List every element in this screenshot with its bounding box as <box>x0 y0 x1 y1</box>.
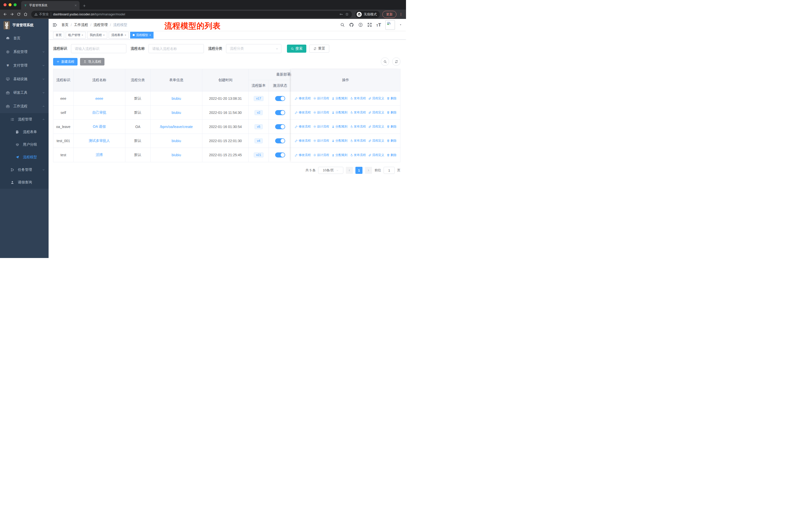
font-size-icon[interactable]: TT <box>376 22 381 27</box>
process-name-link[interactable]: 自己审批 <box>92 110 107 115</box>
action-trash[interactable]: 删除 <box>387 153 397 157</box>
form-info-link[interactable]: biubiu <box>172 97 181 101</box>
sidebar-item-task-mgmt[interactable]: 任务管理 <box>0 164 49 176</box>
tag-home[interactable]: 首页 <box>53 32 64 38</box>
active-toggle[interactable] <box>275 124 285 129</box>
next-page-button[interactable] <box>365 167 372 174</box>
action-edit[interactable]: 修改流程 <box>295 96 311 101</box>
form-info-link[interactable]: biubiu <box>172 153 181 157</box>
action-paperclip[interactable]: 流程定义 <box>368 96 384 101</box>
sidebar-item-leave-query[interactable]: 请假查询 <box>0 176 49 189</box>
search-icon[interactable] <box>340 22 345 27</box>
form-info-link[interactable]: biubiu <box>172 139 181 143</box>
tag-tenant[interactable]: 租户管理× <box>66 32 86 38</box>
action-cog[interactable]: 设计流程 <box>313 153 329 157</box>
action-trash[interactable]: 删除 <box>387 139 397 143</box>
breadcrumb-home[interactable]: 首页 <box>61 23 68 27</box>
browser-menu-icon[interactable] <box>399 12 403 17</box>
breadcrumb-workflow[interactable]: 工作流程 <box>74 23 88 27</box>
sidebar-item-devtools[interactable]: 研发工具 <box>0 86 49 100</box>
sidebar-item-infra[interactable]: 基础设施 <box>0 72 49 86</box>
tab-close-icon[interactable] <box>74 4 77 7</box>
caret-down-icon[interactable] <box>399 23 402 26</box>
import-process-button[interactable]: 导入流程 <box>80 58 105 65</box>
sidebar-item-process-form[interactable]: 流程表单 <box>0 126 49 138</box>
action-hand[interactable]: 发布流程 <box>350 125 366 129</box>
process-key-input[interactable] <box>71 44 126 53</box>
page-size-select[interactable]: 10条/页 <box>318 167 343 174</box>
fullscreen-icon[interactable] <box>367 22 372 27</box>
action-user[interactable]: 分配规则 <box>331 153 348 157</box>
new-tab-button[interactable] <box>83 4 86 7</box>
action-trash[interactable]: 删除 <box>387 125 397 129</box>
sidebar-item-home[interactable]: 首页 <box>0 31 49 45</box>
action-trash[interactable]: 删除 <box>387 110 397 115</box>
update-button[interactable]: 更新 <box>382 11 397 18</box>
active-toggle[interactable] <box>275 110 285 115</box>
help-icon[interactable] <box>358 22 363 27</box>
process-name-link[interactable]: OA 请假 <box>93 125 106 129</box>
reload-icon[interactable] <box>17 12 21 17</box>
active-toggle[interactable] <box>275 138 285 143</box>
security-indicator[interactable]: 不安全 <box>34 12 49 17</box>
action-edit[interactable]: 修改流程 <box>295 125 311 129</box>
github-icon[interactable] <box>349 22 354 27</box>
sidebar-item-process-mgmt[interactable]: 流程管理 <box>0 113 49 126</box>
action-hand[interactable]: 发布流程 <box>350 139 366 143</box>
process-name-link[interactable]: eeee <box>95 97 103 101</box>
bookmark-star-icon[interactable] <box>345 12 349 16</box>
process-name-link[interactable]: 滔博 <box>96 153 103 157</box>
process-category-select[interactable]: 流程分类 <box>226 44 282 53</box>
forward-icon[interactable] <box>10 12 14 17</box>
action-edit[interactable]: 修改流程 <box>295 153 311 157</box>
goto-page-input[interactable] <box>384 167 395 174</box>
action-trash[interactable]: 删除 <box>387 96 397 101</box>
tag-my-process[interactable]: 我的流程× <box>87 32 107 38</box>
action-hand[interactable]: 发布流程 <box>350 110 366 115</box>
action-edit[interactable]: 修改流程 <box>295 110 311 115</box>
action-paperclip[interactable]: 流程定义 <box>368 110 384 115</box>
show-search-button[interactable] <box>381 57 389 66</box>
tag-process-form[interactable]: 流程表单× <box>109 32 128 38</box>
tag-process-model[interactable]: 流程模型× <box>130 32 153 38</box>
action-user[interactable]: 分配规则 <box>331 125 348 129</box>
breadcrumb-process-mgmt[interactable]: 流程管理 <box>94 23 108 27</box>
refresh-table-button[interactable] <box>392 57 401 66</box>
action-cog[interactable]: 设计流程 <box>313 110 329 115</box>
action-user[interactable]: 分配规则 <box>331 110 348 115</box>
maximize-window-icon[interactable] <box>13 3 17 6</box>
sidebar-item-user-group[interactable]: 用户分组 <box>0 138 49 151</box>
action-hand[interactable]: 发布流程 <box>350 153 366 157</box>
back-icon[interactable] <box>3 12 7 17</box>
key-icon[interactable] <box>339 12 343 16</box>
action-paperclip[interactable]: 流程定义 <box>368 139 384 143</box>
url-bar[interactable]: 不安全 dashboard.yudao.iocoder.cn/bpm/manag… <box>31 11 352 18</box>
action-hand[interactable]: 发布流程 <box>350 96 366 101</box>
page-1-button[interactable]: 1 <box>355 167 362 174</box>
active-toggle[interactable] <box>275 153 285 158</box>
process-name-input[interactable] <box>148 44 204 53</box>
sidebar-item-workflow[interactable]: 工作流程 <box>0 100 49 113</box>
action-paperclip[interactable]: 流程定义 <box>368 125 384 129</box>
tag-close-icon[interactable]: × <box>149 33 151 36</box>
action-paperclip[interactable]: 流程定义 <box>368 153 384 157</box>
tag-close-icon[interactable]: × <box>103 33 105 36</box>
process-name-link[interactable]: 测试多审批人 <box>89 139 110 143</box>
search-button[interactable]: 搜索 <box>287 45 306 53</box>
tag-close-icon[interactable]: × <box>82 33 83 36</box>
action-user[interactable]: 分配规则 <box>331 96 348 101</box>
tag-close-icon[interactable]: × <box>124 33 126 36</box>
prev-page-button[interactable] <box>346 167 353 174</box>
close-window-icon[interactable] <box>3 3 6 6</box>
active-toggle[interactable] <box>275 96 285 101</box>
form-info-link[interactable]: /bpm/oa/leave/create <box>160 125 193 129</box>
minimize-window-icon[interactable] <box>8 3 11 6</box>
action-user[interactable]: 分配规则 <box>331 139 348 143</box>
sidebar-item-process-model[interactable]: 流程模型 <box>0 151 49 164</box>
sidebar-item-payment[interactable]: ¥ 支付管理 <box>0 59 49 72</box>
form-info-link[interactable]: biubiu <box>172 111 181 115</box>
avatar[interactable] <box>385 20 395 30</box>
reset-button[interactable]: 重置 <box>309 45 329 53</box>
action-cog[interactable]: 设计流程 <box>313 96 329 101</box>
home-icon[interactable] <box>23 12 28 17</box>
